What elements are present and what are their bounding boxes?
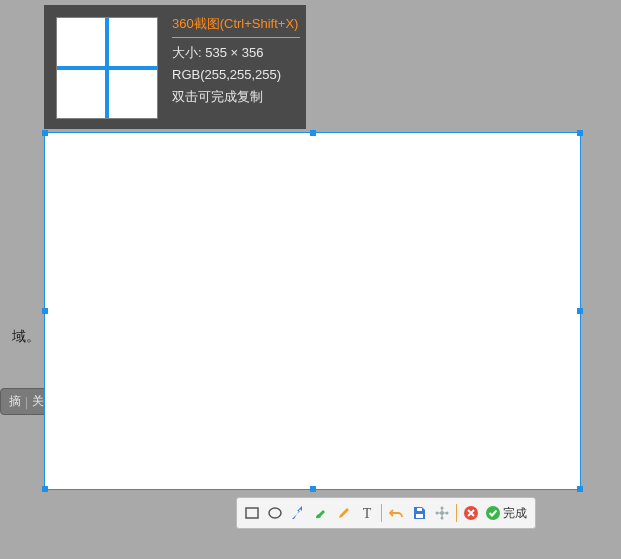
share-button[interactable] (431, 502, 453, 524)
handle-top-mid[interactable] (310, 130, 316, 136)
save-button[interactable] (408, 502, 430, 524)
handle-top-left[interactable] (42, 130, 48, 136)
pencil-icon (336, 505, 352, 521)
magnifier-size: 大小: 535 × 356 (172, 42, 300, 64)
handle-top-right[interactable] (577, 130, 583, 136)
svg-rect-4 (417, 508, 422, 511)
share-icon (434, 505, 450, 521)
selection-area[interactable] (44, 132, 581, 490)
svg-point-1 (269, 508, 281, 518)
svg-rect-0 (246, 508, 258, 518)
magnifier-info: 360截图(Ctrl+Shift+X) 大小: 535 × 356 RGB(25… (170, 5, 306, 129)
magnifier-title: 360截图(Ctrl+Shift+X) (172, 13, 300, 38)
svg-text:T: T (363, 506, 372, 521)
handle-bottom-right[interactable] (577, 486, 583, 492)
bg-button-sep: | (25, 395, 28, 409)
brush-tool-button[interactable] (310, 502, 332, 524)
brush-icon (313, 505, 329, 521)
handle-bottom-left[interactable] (42, 486, 48, 492)
magnifier-hint: 双击可完成复制 (172, 86, 300, 108)
svg-rect-3 (416, 514, 423, 518)
toolbar-divider-1 (381, 504, 382, 522)
rectangle-tool-button[interactable] (241, 502, 263, 524)
cancel-button[interactable] (460, 502, 482, 524)
toolbar-divider-2 (456, 504, 457, 522)
magnifier-thumbnail (56, 17, 158, 119)
rectangle-icon (244, 505, 260, 521)
done-button[interactable]: 完成 (483, 502, 531, 524)
magnifier-tooltip: 360截图(Ctrl+Shift+X) 大小: 535 × 356 RGB(25… (44, 5, 306, 129)
undo-icon (388, 505, 404, 521)
check-icon (485, 505, 501, 521)
screenshot-toolbar: T (236, 497, 536, 529)
magnifier-rgb: RGB(255,255,255) (172, 64, 300, 86)
pencil-tool-button[interactable] (333, 502, 355, 524)
undo-button[interactable] (385, 502, 407, 524)
save-icon (411, 505, 427, 521)
arrow-icon (290, 505, 306, 521)
handle-mid-right[interactable] (577, 308, 583, 314)
handle-mid-left[interactable] (42, 308, 48, 314)
text-tool-button[interactable]: T (356, 502, 378, 524)
arrow-tool-button[interactable] (287, 502, 309, 524)
handle-bottom-mid[interactable] (310, 486, 316, 492)
ellipse-icon (267, 505, 283, 521)
bg-button-1[interactable]: 摘 (9, 393, 21, 410)
ellipse-tool-button[interactable] (264, 502, 286, 524)
done-label: 完成 (503, 505, 527, 522)
background-text: 域。 (0, 328, 40, 346)
cancel-icon (463, 505, 479, 521)
text-icon: T (359, 505, 375, 521)
